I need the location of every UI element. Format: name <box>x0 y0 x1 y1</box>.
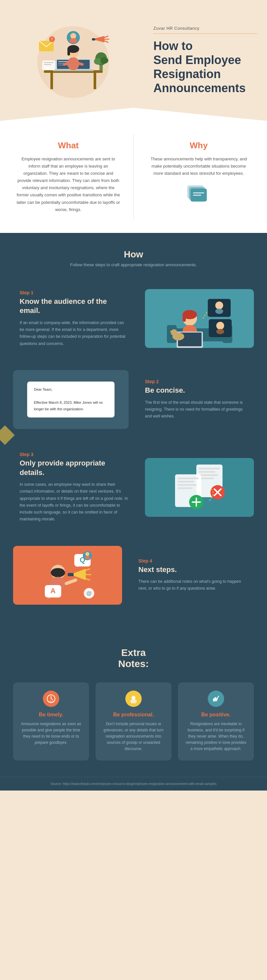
note-card-positive: Be positive. Resignations are inevitable… <box>178 682 254 760</box>
source-text: Source: https://www.thejub.com/employee-… <box>50 782 216 786</box>
main-title: How to Send Employee Resignation Announc… <box>153 39 257 95</box>
svg-point-79 <box>51 568 65 577</box>
timely-title: Be timely. <box>20 712 82 718</box>
extra-notes-title: Extra Notes: <box>13 647 254 669</box>
what-why-section: What Employee resignation announcements … <box>0 121 267 233</box>
svg-rect-104 <box>213 699 214 702</box>
svg-point-96 <box>85 552 90 556</box>
svg-rect-101 <box>48 701 54 702</box>
svg-marker-59 <box>0 425 15 445</box>
how-subtitle: Follow these steps to craft appropriate … <box>13 262 254 267</box>
why-heading: Why <box>147 140 251 151</box>
why-icon <box>147 184 251 207</box>
svg-rect-3 <box>94 73 96 89</box>
svg-rect-31 <box>42 60 55 70</box>
step-3-text: In some cases, an employee may want to s… <box>20 481 129 523</box>
svg-point-55 <box>216 329 224 334</box>
positive-title: Be positive. <box>185 712 247 718</box>
header-divider <box>153 33 257 34</box>
step-2-image: Dear Team, Effective March 8, 2023, Mike… <box>13 370 129 429</box>
step-4-text: There can be additional notes on what's … <box>138 578 247 592</box>
what-why-divider <box>133 134 134 220</box>
positive-icon <box>208 690 224 707</box>
svg-rect-64 <box>199 474 218 476</box>
extra-notes-section: Extra Notes: Be timely. Announce resigna… <box>0 637 267 777</box>
email-body: Effective March 8, 2023, Mike Jones will… <box>34 399 108 412</box>
svg-point-25 <box>69 38 77 43</box>
step-3-image <box>145 458 254 517</box>
timely-icon <box>43 690 59 707</box>
step-3-row: Step 3 Only provide appropriate details.… <box>13 445 254 530</box>
svg-point-51 <box>215 302 223 309</box>
note-card-timely: Be timely. Announce resignations as soon… <box>13 682 89 760</box>
svg-rect-73 <box>177 487 192 489</box>
header-text-area: Zuvar HR Consultancy How to Send Employe… <box>147 0 267 121</box>
svg-point-103 <box>130 699 137 703</box>
what-text: Employee resignation announcements are s… <box>16 156 120 213</box>
positive-text: Resignations are inevitable in business,… <box>185 721 247 752</box>
step-1-image <box>145 289 254 348</box>
how-title: How <box>13 249 254 260</box>
notes-grid: Be timely. Announce resignations as soon… <box>13 682 254 760</box>
svg-text:@: @ <box>86 590 92 596</box>
step-4-number: Step 4 <box>138 558 247 563</box>
svg-point-19 <box>101 57 108 64</box>
svg-rect-83 <box>68 573 74 576</box>
professional-icon <box>125 690 142 707</box>
svg-rect-34 <box>44 64 51 65</box>
step-3-number: Step 3 <box>20 452 129 457</box>
step-4-title: Next steps. <box>138 565 247 574</box>
svg-rect-46 <box>182 315 186 322</box>
svg-point-58 <box>170 331 173 332</box>
header-illustration-area: ! <box>0 0 147 121</box>
how-section: How Follow these steps to craft appropri… <box>0 233 267 637</box>
svg-line-30 <box>104 41 108 43</box>
svg-point-97 <box>85 556 90 559</box>
why-text: These announcements help with transparen… <box>147 156 251 177</box>
professional-title: Be professional. <box>102 712 165 718</box>
professional-text: Don't include personal issues or grievan… <box>102 721 165 752</box>
step-2-title: Be concise. <box>145 386 247 395</box>
header-section: ! <box>0 0 267 121</box>
step-1-text: If an email is company-wide, the informa… <box>20 320 129 347</box>
step-2-content: Step 2 Be concise. The first line of the… <box>138 372 254 426</box>
svg-rect-13 <box>67 49 70 56</box>
step-4-row: Step 4 Next steps. There can be addition… <box>13 546 254 605</box>
svg-rect-2 <box>50 73 53 89</box>
step-1-title: Know the audience of the email. <box>20 297 129 315</box>
step-4-image: Q A @ <box>13 546 122 605</box>
svg-rect-62 <box>199 468 220 469</box>
svg-rect-63 <box>199 471 215 473</box>
source-bar: Source: https://www.thejub.com/employee-… <box>0 777 267 791</box>
step-1-row: Step 1 Know the audience of the email. I… <box>13 283 254 354</box>
svg-rect-70 <box>177 477 198 479</box>
company-name: Zuvar HR Consultancy <box>153 26 257 31</box>
email-mockup-box: Dear Team, Effective March 8, 2023, Mike… <box>27 382 114 417</box>
step-1-number: Step 1 <box>20 290 129 295</box>
svg-rect-72 <box>177 484 197 486</box>
timely-text: Announce resignations as soon as possibl… <box>20 721 82 746</box>
svg-line-28 <box>104 36 108 38</box>
step-2-number: Step 2 <box>145 379 247 384</box>
step-4-content: Step 4 Next steps. There can be addition… <box>132 552 254 599</box>
note-card-professional: Be professional. Don't include personal … <box>96 682 171 760</box>
header-illustration: ! <box>24 16 122 105</box>
why-card: Why These announcements help with transp… <box>141 134 257 220</box>
svg-rect-33 <box>44 62 54 63</box>
what-heading: What <box>16 140 120 151</box>
svg-text:!: ! <box>52 38 53 41</box>
svg-rect-39 <box>193 195 201 196</box>
step-3-title: Only provide appropriate details. <box>20 459 129 477</box>
svg-point-52 <box>215 309 223 314</box>
email-greeting: Dear Team, <box>34 387 108 393</box>
what-card: What Employee resignation announcements … <box>10 134 127 220</box>
svg-rect-71 <box>177 481 194 482</box>
step-3-content: Step 3 Only provide appropriate details.… <box>13 445 135 530</box>
svg-line-100 <box>51 699 53 700</box>
svg-rect-38 <box>193 192 204 193</box>
step-1-content: Step 1 Know the audience of the email. I… <box>13 283 135 354</box>
svg-point-18 <box>94 58 102 65</box>
step-2-row: Step 2 Be concise. The first line of the… <box>13 370 254 429</box>
step-2-text: The first line of the email should state… <box>145 399 247 420</box>
svg-point-24 <box>70 33 76 39</box>
